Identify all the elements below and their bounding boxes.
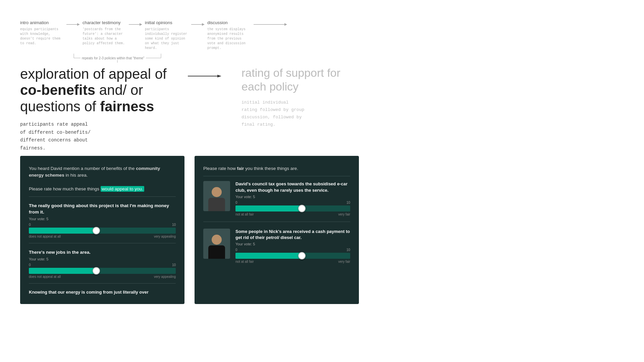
left-q1-labels: does not appeal at all very appealing	[29, 235, 176, 238]
person-2	[203, 233, 230, 259]
body-1	[208, 198, 225, 211]
body-2	[208, 245, 225, 259]
right-question-1: David's council tax goes towards the sub…	[203, 181, 350, 222]
big-title-bold2: fairness	[100, 99, 154, 114]
left-q1-label: The really good thing about this project…	[29, 203, 176, 216]
flow-steps-row: intro animation equips participants with…	[20, 20, 290, 51]
main-description: exploration of appeal of co-benefits and…	[20, 66, 168, 153]
repeat-label: repeats for 2-3 policies within that "th…	[80, 56, 146, 60]
right-card: Please rate how fair you think these thi…	[195, 156, 359, 304]
left-intro-text: You heard David mention a number of bene…	[29, 166, 160, 178]
right-q1-vote: Your vote: 5	[235, 195, 350, 199]
svg-marker-7	[284, 23, 287, 26]
right-q1-thumb[interactable]	[298, 205, 306, 212]
svg-marker-5	[202, 23, 205, 26]
svg-marker-13	[217, 75, 221, 77]
flow-step-opinions: initial opinions participants individual…	[145, 20, 189, 51]
flow-step-intro-title: intro animation	[20, 20, 49, 25]
left-q1-track	[29, 228, 176, 234]
left-q1-vote: Your vote: 5	[29, 217, 176, 221]
left-question-1: The really good thing about this project…	[29, 203, 176, 243]
flow-step-discussion: discussion the system displays anonymise…	[207, 20, 251, 51]
right-q2-minmax: 0 10	[235, 248, 350, 252]
highlight-appeal: would appeal to you.	[101, 186, 144, 192]
right-intro-text: Please rate how fair you think these thi…	[203, 166, 298, 171]
head-2	[212, 235, 222, 245]
left-card: You heard David mention a number of bene…	[20, 156, 184, 304]
flow-steps-group: intro animation equips participants with…	[20, 20, 290, 63]
flow-step-testimony: character testimony 'postcards from the …	[83, 20, 126, 46]
panels-section: You heard David mention a number of bene…	[0, 156, 644, 304]
flow-arrow-2	[129, 20, 142, 27]
flow-step-opinions-title: initial opinions	[145, 20, 172, 25]
right-q2-slider[interactable]: 0 10 not at all fair very fair	[235, 248, 350, 263]
avatar-2	[203, 229, 230, 259]
right-q1-slider[interactable]: 0 10 not at all fair very fair	[235, 201, 350, 216]
left-q2-track	[29, 268, 176, 274]
right-card-intro: Please rate how fair you think these thi…	[203, 165, 350, 176]
right-section: rating of support for each policy initia…	[241, 66, 362, 128]
left-q2-minmax: 0 10	[29, 263, 176, 267]
big-title-part1: exploration of appeal of co-benefits and…	[20, 66, 167, 114]
main-area: exploration of appeal of co-benefits and…	[0, 63, 644, 156]
left-q2-thumb[interactable]	[93, 267, 100, 275]
svg-marker-3	[140, 23, 142, 26]
left-question-2: There's new jobs in the area. Your vote:…	[29, 249, 176, 284]
flow-step-testimony-desc: 'postcards from the future': a character…	[83, 27, 126, 46]
repeat-indicator: repeats for 2-3 policies within that "th…	[70, 53, 290, 63]
flow-step-discussion-desc: the system displays anonymised results f…	[207, 27, 251, 51]
left-q1-slider[interactable]: 0 10 does not appeal at all very appeali…	[29, 223, 176, 238]
person-1	[203, 186, 230, 212]
left-q1-minmax: 0 10	[29, 223, 176, 227]
left-q2-label: There's new jobs in the area.	[29, 249, 176, 256]
right-q1-track	[235, 205, 350, 212]
svg-marker-1	[77, 23, 80, 26]
flow-arrow-4	[254, 20, 287, 27]
left-intro-line2: Please rate how much these things would …	[29, 186, 144, 192]
left-q1-thumb[interactable]	[93, 227, 100, 234]
left-q2-vote: Your vote: 5	[29, 257, 176, 261]
right-q2-labels: not at all fair very fair	[235, 260, 350, 263]
right-q2-content: Some people in Nick's area received a ca…	[235, 229, 350, 263]
main-big-title: exploration of appeal of co-benefits and…	[20, 66, 168, 115]
right-q1-label: David's council tax goes towards the sub…	[235, 181, 350, 193]
right-q1-content: David's council tax goes towards the sub…	[235, 181, 350, 216]
right-q2-track	[235, 253, 350, 259]
main-arrow	[168, 66, 241, 79]
flow-step-opinions-desc: participants individually register some …	[145, 27, 189, 51]
flow-arrow-3	[191, 20, 205, 27]
flow-step-intro-desc: equips participants with knowledge, does…	[20, 27, 64, 46]
big-title-bold1: co-benefits	[20, 82, 95, 98]
right-desc: initial individual rating followed by gr…	[241, 99, 362, 128]
main-big-desc: participants rate appeal of different co…	[20, 121, 168, 153]
left-q2-labels: does not appeal at all very appealing	[29, 275, 176, 279]
avatar-1	[203, 181, 230, 211]
left-truncated-text: Knowing that our energy is coming from j…	[29, 290, 176, 295]
flow-step-testimony-title: character testimony	[83, 20, 120, 25]
flow-section: intro animation equips participants with…	[0, 0, 644, 63]
right-q2-label: Some people in Nick's area received a ca…	[235, 229, 350, 241]
right-q2-thumb[interactable]	[298, 252, 306, 259]
right-q2-vote: Your vote: 5	[235, 242, 350, 246]
left-card-intro: You heard David mention a number of bene…	[29, 165, 176, 197]
right-q1-minmax: 0 10	[235, 201, 350, 204]
flow-arrow-1	[66, 20, 80, 27]
flow-step-intro: intro animation equips participants with…	[20, 20, 64, 46]
head-1	[212, 187, 222, 197]
right-q1-labels: not at all fair very fair	[235, 213, 350, 216]
left-q2-slider[interactable]: 0 10 does not appeal at all very appeali…	[29, 263, 176, 279]
flow-step-discussion-title: discussion	[207, 20, 228, 25]
right-question-2: Some people in Nick's area received a ca…	[203, 229, 350, 269]
right-title: rating of support for each policy	[241, 66, 362, 94]
